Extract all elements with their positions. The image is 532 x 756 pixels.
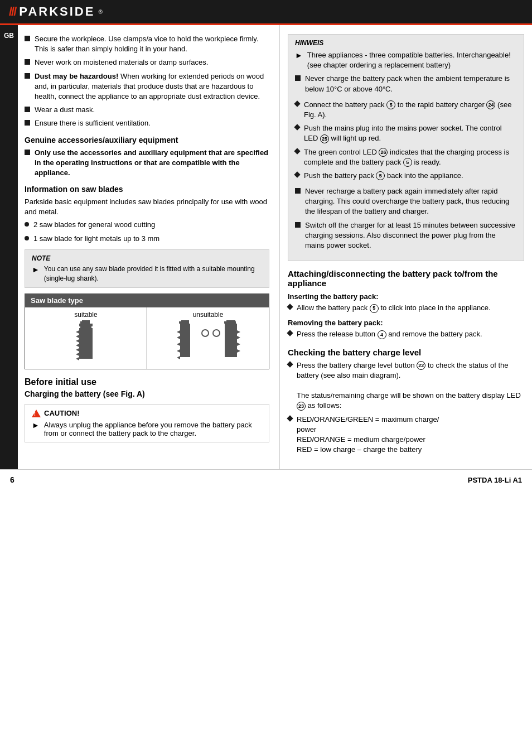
unsuitable-label: unsuitable <box>149 311 267 319</box>
brand-name: PARKSIDE <box>19 4 95 19</box>
circled-5b: 5 <box>403 158 412 167</box>
list-item: Dust may be hazardous! When working for … <box>25 71 269 102</box>
list-item: Never work on moistened materials or dam… <box>25 57 269 68</box>
inserting-heading: Inserting the battery pack: <box>288 292 524 301</box>
bullet-square-icon <box>295 222 301 228</box>
brand-slashes-icon: /// <box>9 4 16 19</box>
bullet-circle-icon <box>25 222 29 227</box>
charging-heading: Charging the battery (see Fig. A) <box>25 389 269 398</box>
svg-marker-9 <box>76 348 79 351</box>
list-item: Secure the workpiece. Use clamps/a vice … <box>25 34 269 54</box>
inserting-bullets: Allow the battery pack 5 to click into p… <box>288 303 524 313</box>
removing-heading: Removing the battery pack: <box>288 319 524 327</box>
diamond-bullet-icon <box>287 304 293 310</box>
svg-marker-8 <box>76 344 79 347</box>
section-accessories-heading: Genuine accessories/auxiliary equipment <box>25 136 269 145</box>
caution-box: CAUTION! ► Always unplug the appliance b… <box>25 404 269 442</box>
bullet-square-icon <box>25 36 30 41</box>
removing-bullets: Press the release button 4 and remove th… <box>288 329 524 339</box>
list-item: Press the release button 4 and remove th… <box>288 329 524 339</box>
list-item: Wear a dust mask. <box>25 105 269 115</box>
svg-marker-18 <box>177 336 180 339</box>
list-item: Push the mains plug into the mains power… <box>295 123 517 143</box>
page-number: 6 <box>10 475 14 484</box>
note-content: ► You can use any saw blade provided it … <box>32 264 262 283</box>
saw-table-body: suitable <box>25 307 269 369</box>
svg-rect-16 <box>180 326 190 357</box>
note-box: NOTE ► You can use any saw blade provide… <box>25 249 269 288</box>
hinweis-title: HINWEIS <box>295 39 517 47</box>
list-item: Never recharge a battery pack again imme… <box>295 186 517 217</box>
list-item: Never charge the battery pack when the a… <box>295 74 517 94</box>
arrow-right-icon: ► <box>32 421 40 430</box>
bullet-square-icon <box>25 150 30 155</box>
svg-marker-19 <box>177 343 180 346</box>
note-title: NOTE <box>32 254 262 262</box>
accessories-bullets: Only use the accessories and auxiliary e… <box>25 148 269 179</box>
saw-blades-list: 2 saw blades for general wood cutting 1 … <box>25 220 269 243</box>
list-item: 1 saw blade for light metals up to 3 mm <box>25 234 269 244</box>
brand-reg: ® <box>98 9 102 15</box>
list-item: 2 saw blades for general wood cutting <box>25 220 269 230</box>
hinweis-square-bullets: ► Three appliances - three compatible ba… <box>295 50 517 94</box>
circled-4: 4 <box>378 330 386 339</box>
diamond-bullet-icon <box>287 361 293 367</box>
before-initial-heading: Before initial use <box>25 377 269 387</box>
circled-23: 23 <box>297 402 306 411</box>
caution-content: ► Always unplug the appliance before you… <box>32 421 262 437</box>
model-number: PSTDA 18-Li A1 <box>468 476 522 484</box>
circled-24: 24 <box>486 100 495 109</box>
circled-5c: 5 <box>376 171 385 180</box>
svg-marker-6 <box>76 335 79 338</box>
saw-blade-table: Saw blade type suitable <box>25 293 269 369</box>
saw-table-header: Saw blade type <box>25 294 269 307</box>
svg-rect-2 <box>82 320 90 327</box>
page-body: GB Secure the workpiece. Use clamps/a vi… <box>0 25 532 469</box>
list-item: ► Three appliances - three compatible ba… <box>295 50 517 70</box>
section-checking-heading: Checking the battery charge level <box>288 348 524 357</box>
svg-rect-15 <box>186 321 188 324</box>
circled-26: 26 <box>379 148 388 157</box>
svg-point-22 <box>202 330 209 336</box>
svg-marker-31 <box>237 343 240 346</box>
arrow-right-icon: ► <box>295 50 303 61</box>
list-item: Connect the battery pack 5 to the rapid … <box>295 100 517 120</box>
suitable-blade-svg <box>27 322 144 367</box>
list-item: Allow the battery pack 5 to click into p… <box>288 303 524 313</box>
list-item: The green control LED 26 indicates that … <box>295 147 517 167</box>
bullet-square-icon <box>295 75 301 81</box>
svg-rect-14 <box>179 321 182 324</box>
hinweis-diamond-bullets: Connect the battery pack 5 to the rapid … <box>295 100 517 181</box>
diamond-bullet-icon <box>294 171 300 177</box>
list-item: Ensure there is sufficient ventilation. <box>25 118 269 128</box>
circled-5d: 5 <box>370 304 379 313</box>
page-footer: 6 PSTDA 18-Li A1 <box>0 469 532 490</box>
hinweis-final-bullets: Never recharge a battery pack again imme… <box>295 186 517 251</box>
list-item: Only use the accessories and auxiliary e… <box>25 148 269 179</box>
svg-marker-7 <box>76 339 79 343</box>
diamond-bullet-icon <box>294 124 300 130</box>
svg-rect-28 <box>225 326 237 357</box>
brand-logo: /// PARKSIDE® <box>9 4 103 19</box>
svg-marker-17 <box>177 330 180 334</box>
section-saw-blades-heading: Information on saw blades <box>25 185 269 194</box>
svg-marker-32 <box>237 349 240 353</box>
diamond-bullet-icon <box>287 415 293 421</box>
bullet-circle-icon <box>25 236 29 240</box>
list-item: Switch off the charger for at least 15 m… <box>295 220 517 251</box>
bullet-square-icon <box>25 107 30 112</box>
svg-marker-20 <box>177 349 180 353</box>
bullet-square-icon <box>295 188 301 194</box>
list-item: Push the battery pack 5 back into the ap… <box>295 171 517 181</box>
svg-marker-21 <box>177 356 180 359</box>
svg-rect-3 <box>80 321 83 324</box>
svg-marker-5 <box>76 330 79 334</box>
saw-col-unsuitable: unsuitable <box>147 307 269 369</box>
diamond-bullet-icon <box>294 148 300 154</box>
diamond-bullet-icon <box>294 100 300 107</box>
svg-point-23 <box>213 330 220 336</box>
caution-title: CAUTION! <box>32 409 262 417</box>
circled-5: 5 <box>386 100 395 109</box>
checking-bullets: Press the battery charge level button 22… <box>288 360 524 455</box>
svg-rect-4 <box>79 328 93 359</box>
